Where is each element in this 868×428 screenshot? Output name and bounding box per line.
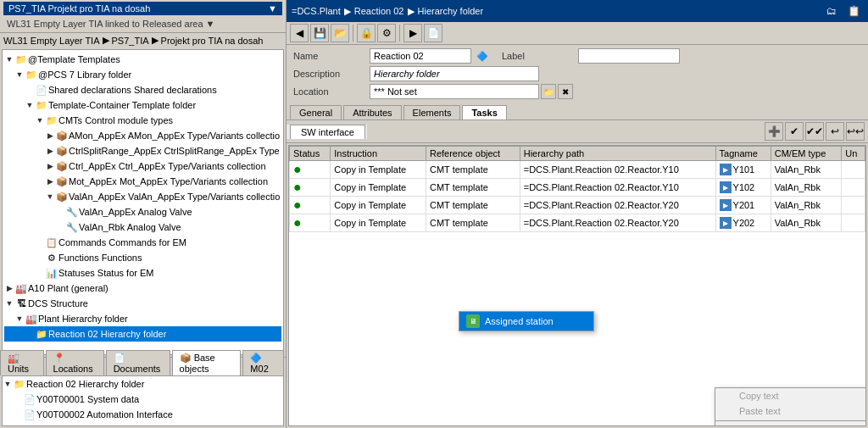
btree-y00t00001[interactable]: 📄 Y00T00001 System data	[3, 392, 283, 407]
expand-pcs7[interactable]: ▼	[14, 69, 25, 80]
toolbar-lock[interactable]: 🔒	[357, 24, 376, 42]
expand-a10[interactable]: ▶	[4, 283, 14, 293]
tree-item-commands[interactable]: 📋 Commands Commands for EM	[4, 235, 281, 250]
tt-check[interactable]: ✔	[785, 122, 804, 141]
tt-checkcheck[interactable]: ✔✔	[805, 122, 824, 141]
amon-icon: 📦	[55, 129, 69, 142]
expand-template[interactable]: ▼	[4, 54, 14, 64]
tree-item-amon[interactable]: ▶ 📦 AMon_AppEx AMon_AppEx Type/Variants …	[4, 128, 281, 143]
ctx-copy-text[interactable]: Copy text	[715, 388, 866, 403]
tab-locations[interactable]: 📍 Locations	[46, 350, 104, 375]
col-status: Status	[290, 147, 331, 161]
btree-y00t00002[interactable]: 📄 Y00T00002 Automation Interface	[3, 407, 283, 422]
expand-ctrlsplit[interactable]: ▶	[45, 146, 55, 156]
input-label[interactable]	[578, 48, 680, 64]
right-header: =DCS.Plant ▶ Reaction 02 ▶ Hierarchy fol…	[287, 0, 868, 22]
notification-text: WL31 Empty Layer TIA linked to Released …	[7, 19, 203, 29]
tt-undo[interactable]: ↩	[826, 122, 844, 141]
tree-item-shared[interactable]: 📄 Shared declarations Shared declaration…	[4, 82, 281, 97]
tcontainer-icon: 📁	[35, 98, 48, 112]
table-row[interactable]: ● Copy in Template CMT template =DCS.Pla…	[290, 179, 865, 197]
tree-label-functions: Functions Functions	[58, 253, 142, 263]
expand-mot[interactable]: ▶	[45, 176, 55, 186]
tab-documents[interactable]: 📄 Documents	[106, 350, 170, 375]
toolbar-back[interactable]: ◀	[290, 24, 309, 42]
expand-tcontainer[interactable]: ▼	[25, 100, 35, 110]
subtab-sw-interface[interactable]: SW interface	[290, 125, 365, 139]
table-row[interactable]: ● Copy in Template CMT template =DCS.Pla…	[290, 214, 865, 232]
btree-reaction02-label: Reaction 02 Hierarchy folder	[26, 379, 144, 389]
table-row[interactable]: ● Copy in Template CMT template =DCS.Pla…	[290, 197, 865, 214]
label-label: Label	[502, 51, 578, 61]
form-row-name: Name 🔷 Label	[293, 48, 861, 64]
tree-item-valan-appex[interactable]: 🔧 ValAn_AppEx Analog Valve	[4, 204, 281, 220]
input-name[interactable]	[370, 48, 471, 64]
ctx-paste-text[interactable]: Paste text	[715, 403, 866, 419]
tree-item-ctrl[interactable]: ▶ 📦 Ctrl_AppEx Ctrl_AppEx Type/Variants …	[4, 158, 281, 174]
cell-instruction: Copy in Template	[331, 179, 426, 197]
tree-item-ctrlsplit[interactable]: ▶ 📦 CtrlSplitRange_AppEx CtrlSplitRange_…	[4, 143, 281, 158]
tree-label-tcontainer: Template-Container Template folder	[48, 100, 196, 110]
header-btn1[interactable]: 🗂	[822, 2, 841, 20]
tree-label-pcs7: @PCS 7 Library folder	[38, 69, 131, 80]
expand-amon[interactable]: ▶	[45, 131, 55, 141]
expand-cmts[interactable]: ▼	[35, 115, 45, 125]
tab-tasks[interactable]: Tasks	[462, 105, 506, 120]
tree-label-valan-appex: ValAn_AppEx Analog Valve	[79, 207, 192, 217]
left-title: PS7_TIA Projekt pro TIA na dosah	[8, 3, 150, 14]
notification-arrow: ▼	[206, 19, 215, 29]
tree-item-mot[interactable]: ▶ 📦 Mot_AppEx Mot_AppEx Type/Variants co…	[4, 174, 281, 189]
toolbar: ◀ 💾 📂 🔒 ⚙ ▶ 📄	[287, 22, 868, 45]
tab-units[interactable]: 🏭 Units	[0, 350, 44, 375]
tree-label-a10: A10 Plant (general)	[28, 283, 108, 293]
tab-general[interactable]: General	[290, 105, 342, 120]
tree-item-functions[interactable]: ⚙ Functions Functions	[4, 250, 281, 265]
col-un: Un	[842, 147, 865, 161]
tt-add[interactable]: ➕	[765, 122, 783, 141]
loc-browse-btn[interactable]: 📁	[541, 84, 556, 99]
tree-item-reaction02[interactable]: 📁 Reaction 02 Hierarchy folder	[4, 326, 281, 342]
tree-item-valan-rbk[interactable]: 🔧 ValAn_Rbk Analog Valve	[4, 220, 281, 235]
input-desc[interactable]	[370, 66, 539, 81]
tt-undoundo[interactable]: ↩↩	[846, 122, 865, 141]
tab-m02[interactable]: 🔷 M02	[242, 350, 284, 375]
expand-plant[interactable]: ▼	[14, 314, 25, 324]
tree-item-template[interactable]: ▼ 📁 @Template Templates	[4, 52, 281, 67]
right-panel: =DCS.Plant ▶ Reaction 02 ▶ Hierarchy fol…	[287, 0, 868, 428]
tree-label-amon: AMon_AppEx AMon_AppEx Type/Variants coll…	[69, 131, 280, 141]
expand-btree-reaction02[interactable]: ▼	[3, 379, 13, 389]
btree-reaction02[interactable]: ▼ 📁 Reaction 02 Hierarchy folder	[3, 376, 283, 392]
tree-item-statuses[interactable]: 📊 Statuses Status for EM	[4, 265, 281, 281]
loc-clear-btn[interactable]: ✖	[558, 84, 573, 99]
tab-attributes[interactable]: Attributes	[343, 105, 401, 120]
expand-dcs[interactable]: ▼	[4, 298, 14, 308]
submenu-assigned-station[interactable]: 🖥 Assigned station	[459, 312, 593, 331]
header-btn2[interactable]: 📋	[844, 2, 863, 20]
tree-item-valan[interactable]: ▼ 📦 ValAn_AppEx ValAn_AppEx Type/Variant…	[4, 189, 281, 204]
tree-item-pcs7[interactable]: ▼ 📁 @PCS 7 Library folder	[4, 67, 281, 82]
toolbar-floppy[interactable]: 📂	[331, 24, 349, 42]
tree-item-cmts[interactable]: ▼ 📁 CMTs Control module types	[4, 113, 281, 128]
tree-item-plant[interactable]: ▼ 🏭 Plant Hierarchy folder	[4, 311, 281, 326]
tab-elements[interactable]: Elements	[403, 105, 461, 120]
col-instruction: Instruction	[331, 147, 426, 161]
toolbar-play[interactable]: ▶	[403, 24, 422, 42]
table-row[interactable]: ● Copy in Template CMT template =DCS.Pla…	[290, 161, 865, 179]
breadcrumb-projekt: Projekt pro TIA na dosah	[161, 36, 264, 46]
ctx-execute[interactable]: ✔ Execute (selected)	[715, 423, 866, 426]
cell-status: ●	[290, 214, 331, 232]
cell-instruction: Copy in Template	[331, 161, 426, 179]
tree-item-a10[interactable]: ▶ 🏭 A10 Plant (general)	[4, 281, 281, 296]
input-loc[interactable]	[370, 84, 539, 99]
toolbar-settings[interactable]: ⚙	[377, 24, 396, 42]
tab-attributes-label: Attributes	[353, 108, 392, 118]
tree-item-dcs[interactable]: ▼ 🏗 DCS Structure	[4, 296, 281, 311]
expand-ctrl[interactable]: ▶	[45, 161, 55, 171]
tree-item-template-container[interactable]: ▼ 📁 Template-Container Template folder	[4, 97, 281, 113]
tab-base-objects[interactable]: 📦 Base objects	[172, 350, 242, 375]
expand-valan[interactable]: ▼	[45, 192, 55, 202]
cell-un	[842, 179, 865, 197]
assigned-station-icon: 🖥	[466, 314, 480, 328]
toolbar-save[interactable]: 💾	[310, 24, 329, 42]
toolbar-doc[interactable]: 📄	[424, 24, 442, 42]
